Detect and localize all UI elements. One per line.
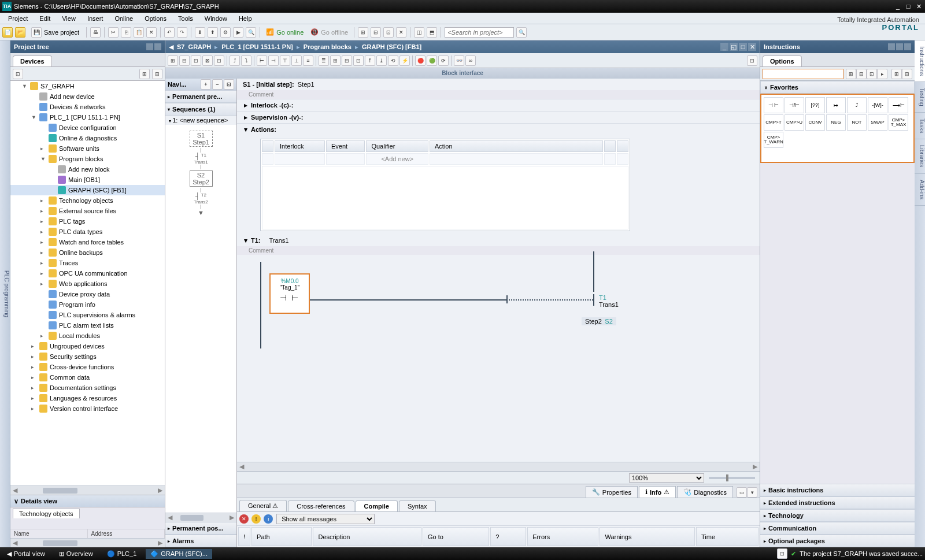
paste-icon[interactable]: 📋: [134, 27, 144, 38]
ed-restore-icon[interactable]: ◱: [730, 43, 738, 51]
instr-tb1[interactable]: ⊞: [846, 69, 856, 79]
tab-info[interactable]: ℹ Info ⚠: [639, 486, 676, 498]
et-dock-icon[interactable]: ⊡: [747, 55, 757, 66]
project-tree[interactable]: ▼S7_GRAPHAdd new deviceDevices & network…: [10, 81, 165, 485]
cat-extended[interactable]: ▸Extended instructions: [760, 496, 915, 509]
instr-ctrl2[interactable]: [896, 43, 903, 50]
et-14[interactable]: ⊞: [330, 55, 341, 66]
accessible-devices-icon[interactable]: 🔍: [246, 27, 256, 38]
tb-icon-2[interactable]: ⊟: [371, 27, 381, 38]
tree-item[interactable]: ▼Program blocks: [10, 154, 165, 164]
delete-icon[interactable]: ✕: [146, 27, 157, 38]
tab-properties[interactable]: 🔧 Properties: [586, 486, 638, 498]
fav-twarn[interactable]: CMP> T_WARN: [764, 132, 783, 148]
instruction-search[interactable]: [763, 69, 843, 79]
et-6[interactable]: ⤴: [230, 55, 240, 66]
instr-tb2[interactable]: ⊟: [856, 69, 867, 79]
et-10[interactable]: ⊤: [280, 55, 290, 66]
interlock-section[interactable]: ▶Interlock -(c)-:: [237, 99, 760, 111]
undo-icon[interactable]: ↶: [164, 27, 175, 38]
cat-communication[interactable]: ▸Communication: [760, 522, 915, 535]
close-button[interactable]: ✕: [915, 2, 923, 10]
tab-devices[interactable]: Devices: [13, 55, 52, 66]
tree-item[interactable]: ▸PLC data types: [10, 227, 165, 237]
menu-edit[interactable]: Edit: [34, 14, 56, 23]
menu-help[interactable]: Help: [233, 14, 258, 23]
fav-not[interactable]: NOT: [847, 114, 867, 131]
download-icon[interactable]: ⬇: [195, 27, 205, 38]
zoom-fit-icon[interactable]: ⊡: [224, 79, 234, 90]
zoom-in-icon[interactable]: +: [201, 79, 211, 90]
copy-icon[interactable]: ⎘: [121, 27, 131, 38]
fav-branch[interactable]: ⤴: [847, 97, 867, 113]
upload-icon[interactable]: ⬆: [208, 27, 218, 38]
fav-tmax[interactable]: CMP> T_MAX: [889, 114, 908, 131]
instr-ctrl3[interactable]: [904, 43, 911, 50]
tree-item[interactable]: ▸Ungrouped devices: [10, 341, 165, 351]
fav-word[interactable]: -[W]-: [868, 97, 887, 113]
open-project-icon[interactable]: 📂: [15, 27, 25, 38]
tree-item[interactable]: GRAPH (SFC) [FB1]: [10, 185, 165, 195]
tree-item[interactable]: ▸Cross-device functions: [10, 362, 165, 372]
zoom-out-icon[interactable]: −: [212, 79, 223, 90]
et-8[interactable]: ⊢: [257, 55, 267, 66]
message-filter-select[interactable]: Show all messages: [276, 514, 375, 524]
et-20[interactable]: ⚡: [399, 55, 410, 66]
bc-project[interactable]: S7_GRAPH: [177, 43, 211, 50]
cat-basic[interactable]: ▸Basic instructions: [760, 484, 915, 496]
subtab-syntax[interactable]: Syntax: [399, 500, 436, 511]
tree-item[interactable]: ▸External source files: [10, 206, 165, 216]
tree-item[interactable]: ▸Security settings: [10, 351, 165, 362]
go-online-button[interactable]: 📶 Go online: [264, 27, 306, 37]
et-2[interactable]: ⊟: [179, 55, 190, 66]
bc-back-icon[interactable]: ◀: [169, 43, 173, 51]
et-22[interactable]: 🟢: [427, 55, 437, 66]
tree-item[interactable]: ▸Version control interface: [10, 403, 165, 414]
fav-neg[interactable]: NEG: [826, 114, 846, 131]
tb-icon-3[interactable]: ⊡: [383, 27, 394, 38]
tab-diagnostics[interactable]: 🩺 Diagnostics: [677, 486, 733, 498]
subtab-crossref[interactable]: Cross-references: [288, 500, 354, 511]
sequences-section[interactable]: ▾Sequences (1): [165, 103, 236, 116]
collapse-icon[interactable]: [146, 43, 153, 50]
tree-item[interactable]: ▸Languages & resources: [10, 393, 165, 403]
details-tab[interactable]: Technology objects: [13, 509, 80, 518]
ed-min-icon[interactable]: _: [720, 43, 728, 51]
simulate-icon[interactable]: ▶: [233, 27, 243, 38]
cat-optional[interactable]: ▸Optional packages: [760, 535, 915, 547]
instr-ctrl1[interactable]: [888, 43, 895, 50]
et-11[interactable]: ⊥: [291, 55, 302, 66]
fav-nopen[interactable]: ⊣ ⊢: [764, 97, 783, 113]
rtab-addins[interactable]: Add-ins: [915, 174, 925, 206]
tree-item[interactable]: Program info: [10, 299, 165, 310]
et-21[interactable]: 🔴: [415, 55, 426, 66]
tree-item[interactable]: ▸Technology objects: [10, 195, 165, 206]
menu-insert[interactable]: Insert: [82, 14, 109, 23]
et-3[interactable]: ⊡: [191, 55, 201, 66]
new-project-icon[interactable]: 📄: [2, 27, 13, 38]
fav-assign[interactable]: ↦: [826, 97, 846, 113]
menu-project[interactable]: Project: [2, 14, 34, 23]
tree-item[interactable]: ▸Traces: [10, 258, 165, 268]
et-18[interactable]: ⤓: [376, 55, 387, 66]
save-project-button[interactable]: 💾Save project: [28, 26, 83, 39]
et-24[interactable]: 👓: [454, 55, 464, 66]
tree-item[interactable]: ▸Online backups: [10, 247, 165, 258]
et-19[interactable]: ⟲: [388, 55, 398, 66]
tree-item[interactable]: Add new block: [10, 164, 165, 175]
split-v-icon[interactable]: ⬒: [427, 27, 437, 38]
subtab-compile[interactable]: Compile: [356, 500, 398, 511]
maximize-button[interactable]: □: [904, 2, 912, 10]
et-5[interactable]: ⊡: [214, 55, 224, 66]
menu-options[interactable]: Options: [139, 14, 172, 23]
transition-ladder[interactable]: %M0.0 "Tag_1" ⊣ ⊢ T1 Trans1: [237, 255, 760, 462]
tree-item[interactable]: Add new device: [10, 91, 165, 102]
tree-item[interactable]: ▸Documentation settings: [10, 383, 165, 393]
contact-tag1[interactable]: %M0.0 "Tag_1" ⊣ ⊢: [269, 273, 310, 314]
minimize-button[interactable]: _: [894, 2, 902, 10]
fav-cmpu[interactable]: CMP>U: [785, 114, 804, 131]
tree-item[interactable]: ▸Software units: [10, 143, 165, 154]
info-pin-icon[interactable]: ▾: [747, 487, 757, 498]
split-h-icon[interactable]: ◫: [414, 27, 424, 38]
tree-item[interactable]: ▸Local modules: [10, 331, 165, 341]
